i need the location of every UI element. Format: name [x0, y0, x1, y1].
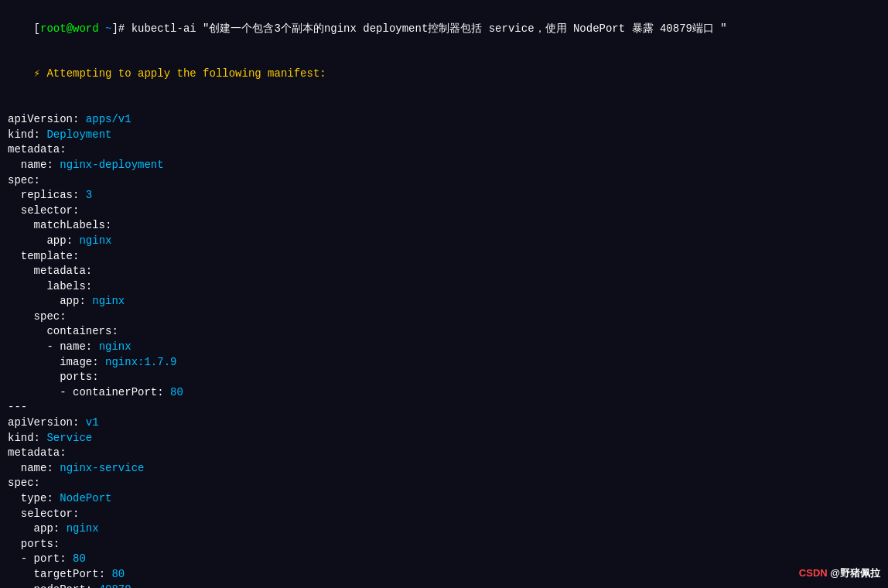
yaml-line-11: metadata:: [8, 264, 880, 279]
yaml-line-28: ports:: [8, 537, 880, 552]
yaml-line-31: nodePort: 40879: [8, 583, 880, 588]
yaml-line-21: kind: Service: [8, 431, 880, 446]
yaml-line-17: image: nginx:1.7.9: [8, 355, 880, 371]
prompt: [root@word ~]#: [34, 22, 125, 35]
terminal-window: [root@word ~]# kubectl-ai "创建一个包含3个副本的ng…: [0, 0, 888, 588]
yaml-line-5: spec:: [8, 173, 880, 189]
warning-text: Attempting to apply the following manife…: [40, 67, 326, 80]
yaml-line-13: app: nginx: [8, 294, 880, 309]
yaml-line-20: apiVersion: v1: [8, 415, 880, 431]
yaml-line-22: metadata:: [8, 446, 880, 461]
yaml-line-12: labels:: [8, 279, 880, 295]
yaml-line-8: matchLabels:: [8, 218, 880, 234]
yaml-line-19: - containerPort: 80: [8, 385, 880, 401]
yaml-line-15: containers:: [8, 324, 880, 340]
yaml-line-6: replicas: 3: [8, 188, 880, 203]
command-argument: "创建一个包含3个副本的nginx deployment控制器包括 servic…: [203, 22, 727, 35]
yaml-line-25: type: NodePort: [8, 491, 880, 507]
yaml-line-2: kind: Deployment: [8, 128, 880, 143]
yaml-line-24: spec:: [8, 476, 880, 491]
watermark-username: @野猪佩拉: [830, 567, 880, 579]
yaml-line-7: selector:: [8, 203, 880, 219]
command-line: [root@word ~]# kubectl-ai "创建一个包含3个副本的ng…: [8, 6, 880, 52]
yaml-line-30: targetPort: 80: [8, 567, 880, 583]
yaml-line-16: - name: nginx: [8, 340, 880, 355]
yaml-separator: ---: [8, 400, 880, 415]
yaml-line-23: name: nginx-service: [8, 461, 880, 477]
yaml-line-10: template:: [8, 249, 880, 265]
watermark: CSDN @野猪佩拉: [799, 566, 880, 580]
path: ~: [105, 22, 111, 35]
watermark-platform: CSDN: [799, 567, 828, 579]
yaml-line-26: selector:: [8, 507, 880, 522]
yaml-line-29: - port: 80: [8, 552, 880, 567]
yaml-line-1: apiVersion: apps/v1: [8, 112, 880, 128]
yaml-line-18: ports:: [8, 370, 880, 385]
yaml-line-9: app: nginx: [8, 234, 880, 249]
yaml-line-4: name: nginx-deployment: [8, 158, 880, 173]
user: root: [40, 22, 67, 35]
yaml-line-3: metadata:: [8, 142, 880, 158]
warning-line: ⚡ Attempting to apply the following mani…: [8, 52, 880, 97]
hostname: word: [73, 22, 99, 35]
blank-line: [8, 97, 880, 113]
yaml-line-27: app: nginx: [8, 521, 880, 537]
command-text: kubectl-ai: [125, 22, 203, 35]
warning-icon: ⚡: [34, 67, 40, 80]
yaml-line-14: spec:: [8, 309, 880, 325]
